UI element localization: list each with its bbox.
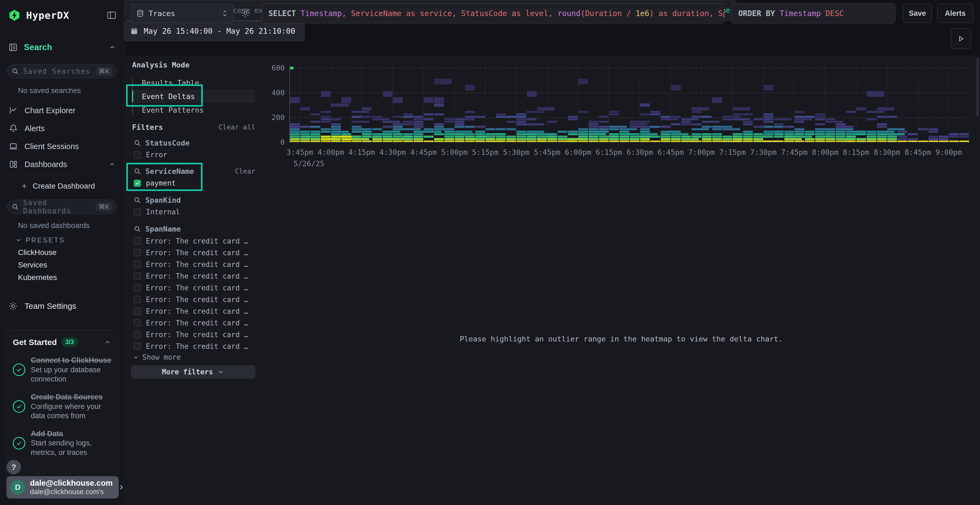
preset-label: Kubernetes — [18, 273, 57, 282]
filter-option-spanname[interactable]: Error: The credit card … — [134, 282, 251, 293]
checkbox-icon[interactable] — [134, 308, 141, 315]
filter-option-label: Error: The credit card … — [146, 272, 248, 280]
sidebar-header: HyperDX — [8, 7, 117, 24]
filter-group-statuscode: StatusCode — [134, 138, 255, 148]
select-updown-icon — [221, 9, 228, 17]
checkbox-icon[interactable] — [134, 343, 141, 350]
checkbox-icon[interactable] — [134, 296, 141, 303]
presets-toggle[interactable]: PRESETS — [15, 235, 65, 245]
source-select[interactable]: Traces — [131, 4, 233, 23]
filter-option-label: Error: The credit card … — [146, 330, 248, 339]
user-account-chip[interactable]: D dale@clickhouse.com dale@clickhouse.co… — [6, 476, 119, 499]
mode-event-patterns[interactable]: Event Patterns — [132, 103, 255, 117]
filter-option-internal[interactable]: Internal — [134, 206, 255, 218]
presets-label: PRESETS — [25, 236, 65, 244]
chevron-up-icon[interactable] — [104, 338, 111, 346]
sql-select-editor[interactable]: SELECT Timestamp, ServiceName as service… — [262, 3, 724, 24]
sidebar-item-search[interactable]: Search — [8, 40, 116, 55]
filter-option-spanname[interactable]: Error: The credit card … — [134, 329, 251, 340]
chevron-down-icon — [132, 354, 139, 360]
preset-services[interactable]: Services — [18, 259, 47, 271]
help-button[interactable]: ? — [6, 460, 21, 474]
get-started-step-sources[interactable]: Create Data Sources Configure where your… — [13, 392, 111, 421]
collapse-sidebar-icon[interactable] — [107, 10, 117, 21]
filter-option-payment[interactable]: payment — [134, 178, 255, 189]
filter-option-spanname[interactable]: Error: The credit card … — [134, 259, 251, 270]
sidebar-item-client-sessions[interactable]: Client Sessions — [0, 138, 124, 155]
mode-event-deltas[interactable]: Event Deltas — [132, 89, 255, 103]
checkbox-icon[interactable] — [134, 151, 141, 159]
filter-option-spanname[interactable]: Error: The credit card … — [134, 294, 251, 305]
scrollbar-thumb[interactable] — [977, 58, 978, 116]
step-title: Create Data Sources — [31, 392, 111, 402]
sidebar-item-alerts[interactable]: Alerts — [0, 120, 124, 137]
source-settings-gear-icon[interactable] — [240, 8, 251, 19]
duration-heatmap[interactable] — [262, 56, 980, 172]
get-started-step-connect[interactable]: Connect to ClickHouse Set up your databa… — [13, 356, 111, 384]
checkbox-icon[interactable] — [134, 249, 141, 256]
saved-dashboards-input[interactable]: Saved Dashboards ⌘K — [7, 200, 117, 214]
sidebar-item-dashboards[interactable]: Dashboards — [0, 156, 124, 173]
filter-option-spanname[interactable]: Error: The credit card … — [134, 306, 251, 317]
filter-option-spanname[interactable]: Error: The credit card … — [134, 235, 251, 246]
checkbox-icon[interactable] — [134, 272, 141, 280]
heatmap-section — [262, 56, 980, 173]
filter-option-spanname[interactable]: Error: The credit card … — [134, 341, 251, 352]
preset-kubernetes[interactable]: Kubernetes — [18, 272, 57, 284]
saved-searches-placeholder: Saved Searches — [23, 67, 91, 75]
search-icon — [12, 203, 19, 210]
search-icon[interactable] — [134, 139, 141, 147]
checkbox-icon[interactable] — [134, 331, 141, 338]
checkbox-icon[interactable] — [134, 284, 141, 291]
preset-clickhouse[interactable]: ClickHouse — [18, 246, 57, 259]
checkbox-icon[interactable] — [134, 319, 141, 327]
chevron-right-icon — [118, 483, 125, 491]
bell-icon — [9, 124, 18, 133]
show-more-toggle[interactable]: Show more — [132, 352, 181, 363]
search-icon[interactable] — [134, 225, 141, 233]
saved-searches-input[interactable]: Saved Searches ⌘K — [7, 64, 117, 78]
clear-servicename-link[interactable]: Clear — [235, 167, 255, 175]
sidebar-item-label: Client Sessions — [24, 142, 79, 151]
alerts-button[interactable]: Alerts — [937, 4, 973, 23]
delta-chart-section: Please highlight an outlier range in the… — [262, 173, 980, 505]
create-dashboard-label: Create Dashboard — [33, 182, 95, 191]
create-dashboard-button[interactable]: Create Dashboard — [21, 179, 95, 193]
saved-dashboards-placeholder: Saved Dashboards — [23, 199, 91, 215]
filter-option-spanname[interactable]: Error: The credit card … — [134, 247, 251, 258]
filter-option-spanname[interactable]: Error: The credit card … — [134, 270, 251, 282]
time-range-picker[interactable]: May 26 15:40:00 - May 26 21:10:00 — [124, 21, 305, 41]
check-circle-icon — [13, 364, 25, 376]
show-more-label: Show more — [142, 353, 181, 361]
step-description: Set up your database connection — [31, 365, 111, 384]
shortcut-badge: ⌘K — [96, 67, 112, 76]
plus-icon — [21, 183, 28, 190]
checkbox-icon[interactable] — [134, 260, 141, 268]
check-circle-icon — [13, 437, 25, 449]
checkbox-checked-icon[interactable] — [134, 179, 141, 187]
get-started-progress-badge: 3/3 — [61, 337, 78, 347]
more-filters-button[interactable]: More filters — [131, 365, 255, 378]
filter-option-error[interactable]: Error — [134, 149, 255, 160]
search-icon[interactable] — [134, 197, 141, 204]
divider — [0, 59, 124, 60]
filter-option-spanname[interactable]: Error: The credit card … — [134, 317, 251, 329]
clear-all-filters-link[interactable]: Clear all — [219, 123, 255, 131]
run-query-button[interactable] — [951, 28, 971, 49]
mode-results-table[interactable]: Results Table — [132, 76, 255, 89]
get-started-step-add-data[interactable]: Add Data Start sending logs, metrics, or… — [13, 429, 111, 457]
main-panel: Please highlight an outlier range in the… — [262, 56, 980, 505]
checkbox-icon[interactable] — [134, 237, 141, 245]
search-icon[interactable] — [134, 168, 141, 175]
step-description: Configure where your data comes from — [31, 402, 111, 421]
sidebar-item-chart-explorer[interactable]: Chart Explorer — [0, 102, 124, 119]
filter-option-label: payment — [146, 179, 176, 187]
filter-option-label: Error: The credit card … — [146, 319, 248, 327]
checkbox-icon[interactable] — [134, 208, 141, 216]
save-button[interactable]: Save — [903, 4, 932, 23]
order-by-editor[interactable]: ORDER BY Timestamp DESC — [732, 3, 895, 24]
delta-empty-message: Please highlight an outlier range in the… — [460, 335, 783, 343]
filter-group-spanname: SpanName — [134, 224, 255, 234]
get-started-card: Get Started 3/3 Connect to ClickHouse Se… — [6, 330, 118, 498]
sidebar-item-team-settings[interactable]: Team Settings — [8, 299, 76, 313]
